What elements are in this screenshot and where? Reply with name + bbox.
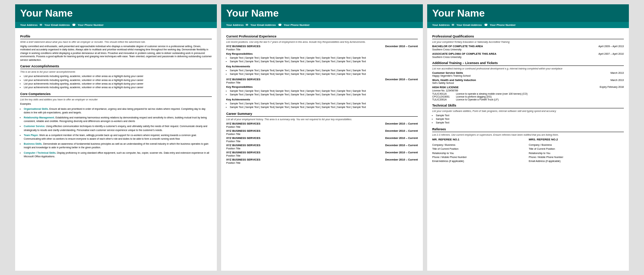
summary-date-5: December 2010 – Current: [385, 158, 418, 161]
phone-1: Your Phone Number: [78, 23, 104, 27]
resp-1-1: Sample Text | Sample Text | Sample Text|…: [230, 93, 418, 96]
referee-name-0: MR. REFEREE NO.1: [432, 138, 527, 142]
exp-intro: List recent positions. Use only the last…: [226, 41, 418, 43]
section-training-title: Additional Training – Licenses and Ticke…: [432, 61, 624, 66]
section-career-title: Career Accomplishments: [20, 64, 212, 69]
summary-date-2: December 2010 – Current: [385, 136, 418, 140]
summary-job-2: XYZ BUSINESS SERVICES December 2010 – Cu…: [226, 136, 418, 140]
resp-0-0: Sample Text | Sample Text | Sample Text|…: [230, 56, 418, 60]
email-icon-1: ✉: [40, 23, 42, 27]
training-date-0: March 2013: [611, 72, 624, 74]
summary-date-4: December 2010 – Current: [385, 151, 418, 154]
career-intro: This is an area to list your career acco…: [20, 71, 212, 73]
email-3: Your Email Address: [456, 23, 482, 27]
technical-intro: List your computer software abilities, P…: [432, 110, 624, 112]
resp-label-0: Key Responsibilities: [226, 52, 418, 55]
training-row-1: Work, Health and Safety Induction March …: [432, 78, 624, 82]
summary-company-5: XYZ BUSINESS SERVICES: [226, 158, 260, 161]
referee-col-1: MRS. REFEREE NO.2 Company / Business Tit…: [529, 138, 624, 163]
qual-school-0: Southern Cross University: [432, 48, 624, 51]
referee-company-1: Company / Business: [529, 143, 624, 147]
summary-title-3: Position Title: [226, 147, 418, 150]
summary-company-3: XYZ BUSINESS SERVICES: [226, 144, 260, 147]
ach-list-1: Sample Text | Sample Text | Sample Text|…: [226, 102, 418, 109]
summary-intro: List all of your employment history. Thi…: [226, 118, 418, 121]
phone-2: Your Phone Number: [284, 23, 310, 27]
license-row-1: CPCCLDG3001 License to perform dogging (…: [432, 95, 624, 98]
technical-skills-list: Sample Text Sample Text Sample Text: [432, 114, 624, 125]
contact-bar-2: Your Address ✉ Your Email Address ☎ Your…: [221, 22, 423, 28]
license-desc-0: Licence to operate a slewing mobile cran…: [456, 93, 528, 95]
referee-company-0: Company / Business: [432, 143, 527, 147]
section-summary-title: Career Summary: [226, 112, 418, 117]
qual-row-1: ASSOCIATE DIPLOMA OF COMPLETE THIS AREA …: [432, 52, 624, 55]
section-technical-title: Technical Skills: [432, 104, 624, 108]
summary-job-0: XYZ BUSINESS SERVICES December 2010 – Cu…: [226, 122, 418, 125]
career-bullet-3: List your achievements including sportin…: [24, 86, 212, 89]
summary-job-1: XYZ BUSINESS SERVICES December 2010 – Cu…: [226, 129, 418, 132]
job-company-1: XYZ BUSINESS SERVICES: [226, 78, 260, 81]
job-title-0: Position Title: [226, 48, 418, 51]
license-desc-1: License to perform dogging (DG): [456, 95, 492, 98]
comp-term-0: Organisational Skills.: [24, 108, 49, 110]
comp-5: Computer / Technical Skills. Display pro…: [24, 151, 212, 158]
phone-icon-2: ☎: [278, 23, 282, 27]
career-bullet-0: List your achievements including sportin…: [24, 75, 212, 78]
email-2: Your Email Address: [250, 23, 276, 27]
comp-desc-4: Demonstrate an awareness of fundamental …: [24, 143, 209, 149]
comp-desc-0: Ensure all tasks are prioritised in orde…: [24, 108, 205, 114]
resp-1-0: Sample Text | Sample Text | Sample Text|…: [230, 89, 418, 93]
email-icon-2: ✉: [246, 23, 248, 27]
skill-2: Sample Text: [436, 121, 624, 125]
body-3: Professional Qualifications List your co…: [427, 28, 629, 167]
skill-1: Sample Text: [436, 117, 624, 121]
examples-label: Examples: [20, 102, 212, 106]
job-company-0: XYZ BUSINESS SERVICES: [226, 45, 260, 48]
ach-label-1: Key Achievements: [226, 98, 418, 101]
summary-title-2: Position Title: [226, 140, 418, 143]
section-competencies-title: Core Competencies: [20, 92, 212, 97]
training-name-0: Customer Service Skills: [432, 71, 463, 75]
referee-position-0: Title of Current Position: [432, 147, 527, 151]
ach-label-0: Key Achievements: [226, 65, 418, 68]
comp-3: Team Player. Work as a competent member …: [24, 134, 212, 141]
summary-company-1: XYZ BUSINESS SERVICES: [226, 129, 260, 132]
competencies-intro: List the key skills and abilities you ha…: [20, 98, 212, 101]
name-1: Your Name: [20, 8, 212, 19]
ach-0-0: Sample Text | Sample Text | Sample Text|…: [230, 69, 418, 72]
ach-1-1: Sample Text | Sample Text | Sample Text|…: [230, 105, 418, 109]
comp-0: Organisational Skills. Ensure all tasks …: [24, 107, 212, 114]
job-title-1: Position Title: [226, 81, 418, 84]
address-1: Your Address: [20, 23, 37, 27]
comp-2: Customer Service. Using effective commun…: [24, 125, 212, 132]
address-3: Your Address: [432, 23, 450, 27]
high-risk-label: HIGH RISK LICENSE: [432, 86, 459, 89]
resume-page-2: Your Name Your Address ✉ Your Email Addr…: [221, 4, 423, 271]
referee-phone-0: Phone / Mobile Phone Number: [432, 155, 527, 159]
summary-company-2: XYZ BUSINESS SERVICES: [226, 136, 260, 140]
contact-bar-1: Your Address ✉ Your Email Address ☎ Your…: [15, 22, 217, 28]
contact-bar-3: Your Address ✉ Your Email Address ☎ Your…: [427, 22, 629, 28]
license-row-0: TLILIC4011A Licence to operate a slewing…: [432, 93, 624, 95]
qual-row-0: BACHELOR OF COMPLETE THIS AREA April 200…: [432, 45, 624, 48]
training-name-1: Work, Health and Safety Induction: [432, 78, 476, 82]
qual-name-0: BACHELOR OF COMPLETE THIS AREA: [432, 45, 483, 48]
summary-job-3: XYZ BUSINESS SERVICES December 2010 – Cu…: [226, 144, 418, 147]
resp-0-1: Sample Text | Sample Text | Sample Text|…: [230, 60, 418, 63]
comp-term-5: Computer / Technical Skills.: [24, 152, 56, 154]
referee-col-0: MR. REFEREE NO.1 Company / Business Titl…: [432, 138, 527, 163]
career-bullet-2: List your achievements including sportin…: [24, 82, 212, 86]
section-profile-title: Profile: [20, 35, 212, 39]
job-row-0: XYZ BUSINESS SERVICES December 2010 – Cu…: [226, 45, 418, 48]
qual-name-1: ASSOCIATE DIPLOMA OF COMPLETE THIS AREA: [432, 52, 496, 55]
comp-term-1: Relationship Management.: [24, 116, 55, 119]
header-bg-2: Your Name: [221, 4, 423, 22]
qual-school-1: Southern Cross University: [432, 56, 624, 58]
summary-title-5: Position Title: [226, 162, 418, 164]
career-bullets: List your achievements including sportin…: [20, 75, 212, 89]
section-referees-title: Referees: [432, 127, 624, 132]
profile-intro: Write a brief statement about what you h…: [20, 41, 212, 43]
ach-0-1: Sample Text | Sample Text | Sample Text|…: [230, 72, 418, 76]
resp-label-1: Key Responsibilities: [226, 85, 418, 89]
qual-intro: List your completed Tertiary Education o…: [432, 41, 624, 43]
